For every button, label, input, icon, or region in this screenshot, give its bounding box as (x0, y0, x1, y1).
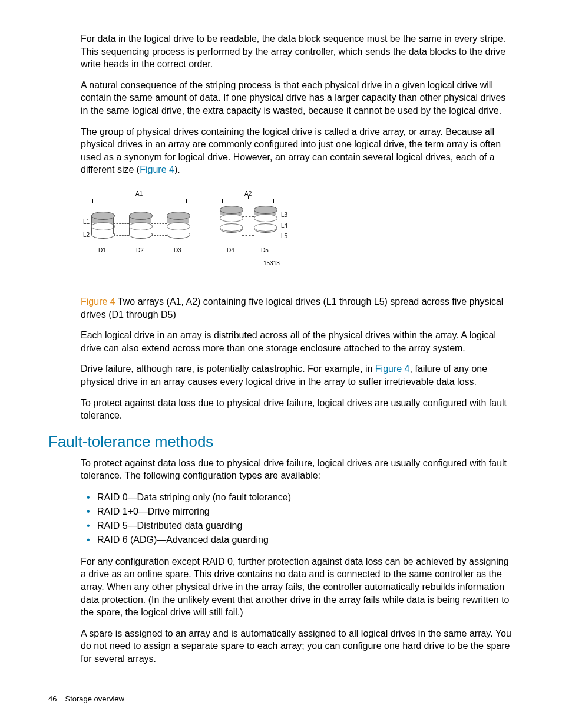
logical-label: L3 (281, 212, 287, 218)
drive-icon (220, 206, 242, 233)
figure-label: Figure 4 (81, 297, 115, 307)
figure-caption: Figure 4 Two arrays (A1, A2) containing … (81, 295, 514, 321)
drive-icon (129, 212, 151, 239)
figure-ref: 15313 (263, 260, 280, 266)
list-item: RAID 1+0—Drive mirroring (97, 505, 514, 519)
logical-label: L4 (281, 222, 287, 229)
logical-label: L5 (281, 233, 287, 239)
list-item: RAID 5—Distributed data guarding (97, 519, 514, 533)
drive-label: D3 (174, 247, 181, 253)
figure-diagram: A1 A2 (81, 190, 514, 285)
paragraph: Each logical drive in an array is distri… (81, 329, 514, 354)
paragraph: For data in the logical drive to be read… (81, 32, 514, 71)
figure-link[interactable]: Figure 4 (140, 164, 174, 174)
drive-label: D5 (261, 247, 269, 253)
logical-label: L2 (83, 232, 90, 238)
drive-label: D1 (98, 247, 106, 253)
logical-label: L1 (83, 219, 90, 225)
raid-list: RAID 0—Data striping only (no fault tole… (81, 490, 514, 547)
page-number: 46 (48, 694, 57, 703)
paragraph: To protect against data loss due to phys… (81, 457, 514, 482)
paragraph: For any configuration except RAID 0, fur… (81, 555, 514, 619)
list-item: RAID 6 (ADG)—Advanced data guarding (97, 533, 514, 547)
paragraph: The group of physical drives containing … (81, 126, 514, 176)
drive-label: D4 (227, 247, 234, 253)
text: Drive failure, although rare, is potenti… (81, 364, 375, 374)
footer-title: Storage overview (65, 694, 124, 703)
drive-icon (254, 206, 276, 233)
page-footer: 46Storage overview (48, 694, 124, 703)
text: ). (174, 164, 180, 174)
figure-link[interactable]: Figure 4 (375, 364, 410, 374)
drive-icon (167, 212, 189, 239)
paragraph: Drive failure, although rare, is potenti… (81, 363, 514, 388)
list-item: RAID 0—Data striping only (no fault tole… (97, 490, 514, 505)
drive-label: D2 (136, 247, 144, 253)
section-heading: Fault-tolerance methods (48, 433, 514, 451)
drive-icon (91, 212, 114, 239)
paragraph: A natural consequence of the striping pr… (81, 79, 514, 117)
text: Two arrays (A1, A2) containing five logi… (81, 297, 503, 319)
paragraph: A spare is assigned to an array and is a… (81, 627, 514, 666)
paragraph: To protect against data loss due to phys… (81, 397, 514, 422)
